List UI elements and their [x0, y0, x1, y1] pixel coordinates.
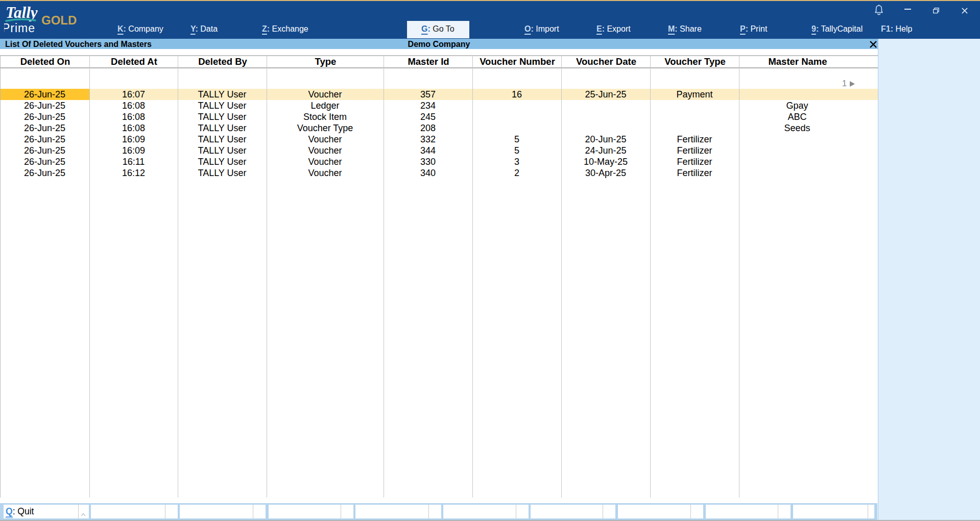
svg-text:Prime: Prime: [4, 21, 35, 35]
